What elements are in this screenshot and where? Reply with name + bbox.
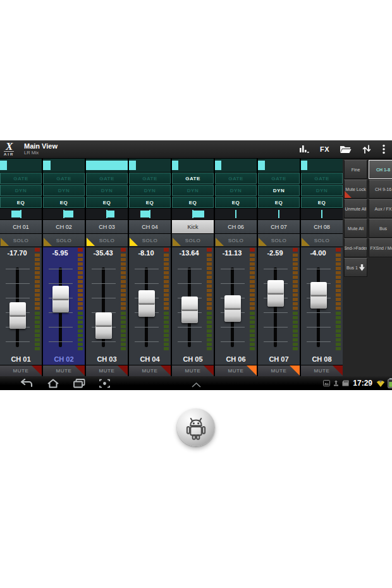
solo-button[interactable]: SOLO — [301, 234, 343, 247]
screenshot-button[interactable] — [99, 379, 110, 388]
channel-strips: GATEDYNEQCH 01SOLO-17.70CH 01MUTEGATEDYN… — [0, 159, 343, 376]
mute-corner-icon — [118, 365, 128, 376]
expand-chevron-icon[interactable] — [192, 379, 201, 390]
mute-button[interactable]: MUTE — [43, 365, 85, 376]
fader-knob[interactable] — [181, 297, 198, 323]
back-button[interactable] — [19, 379, 33, 388]
fader-knob[interactable] — [224, 295, 241, 322]
channel-name-button[interactable]: Kick — [172, 220, 214, 233]
fader-knob[interactable] — [9, 302, 26, 329]
recent-apps-button[interactable] — [73, 379, 85, 388]
solo-button[interactable]: SOLO — [43, 234, 85, 247]
pan-indicator[interactable] — [172, 209, 214, 219]
solo-button[interactable]: SOLO — [0, 234, 42, 247]
bank-aux-fx-button[interactable]: Aux / FX — [369, 199, 392, 218]
gate-button[interactable]: GATE — [86, 173, 128, 184]
home-button[interactable] — [47, 379, 59, 388]
mute-button[interactable]: MUTE — [215, 365, 257, 376]
solo-corner-icon — [216, 238, 224, 246]
snd-to-fader-button[interactable]: Snd->Fader — [344, 238, 367, 257]
gate-button[interactable]: GATE — [215, 173, 257, 184]
pan-indicator[interactable] — [43, 209, 85, 219]
fine-button[interactable]: Fine — [344, 160, 367, 179]
routing-icon[interactable] — [356, 140, 377, 158]
unmute-all-button[interactable]: Unmute All — [344, 199, 367, 218]
pan-indicator[interactable] — [215, 209, 257, 219]
dyn-button[interactable]: DYN — [301, 185, 343, 196]
mute-lock-button[interactable]: Mute Lock — [344, 180, 367, 199]
dyn-button[interactable]: DYN — [215, 185, 257, 196]
solo-button[interactable]: SOLO — [215, 234, 257, 247]
gate-button[interactable]: GATE — [43, 173, 85, 184]
mute-all-button[interactable]: Mute All — [344, 219, 367, 238]
eq-button[interactable]: EQ — [0, 197, 42, 208]
folder-icon[interactable] — [335, 140, 356, 158]
eq-button[interactable]: EQ — [43, 197, 85, 208]
gate-button[interactable]: GATE — [129, 173, 171, 184]
meters-icon[interactable] — [293, 140, 314, 158]
gate-button[interactable]: GATE — [172, 173, 214, 184]
fader-knob[interactable] — [267, 280, 284, 307]
channel-name-button[interactable]: CH 02 — [43, 220, 85, 233]
fader-knob[interactable] — [95, 312, 112, 339]
meter-clip-segment — [250, 248, 255, 252]
eq-button[interactable]: EQ — [86, 197, 128, 208]
pan-indicator[interactable] — [86, 209, 128, 219]
android-robot-badge[interactable] — [177, 408, 215, 446]
dyn-button[interactable]: DYN — [43, 185, 85, 196]
fader-tick — [221, 327, 245, 328]
dyn-button[interactable]: DYN — [172, 185, 214, 196]
overflow-menu-icon[interactable] — [377, 140, 391, 158]
bank-ch9-16-button[interactable]: CH 9-16 — [369, 180, 392, 199]
pan-indicator[interactable] — [258, 209, 300, 219]
dyn-button[interactable]: DYN — [0, 185, 42, 196]
mute-button[interactable]: MUTE — [258, 365, 300, 376]
input-level-bar — [215, 161, 221, 170]
fader-track[interactable] — [274, 267, 277, 347]
mute-button[interactable]: MUTE — [172, 365, 214, 376]
solo-button[interactable]: SOLO — [86, 234, 128, 247]
bank-ch1-8-button[interactable]: CH 1-8 — [369, 160, 392, 179]
bank-fxsnd-button[interactable]: FXSnd / Mon — [369, 238, 392, 257]
pan-indicator[interactable] — [129, 209, 171, 219]
eq-button[interactable]: EQ — [301, 197, 343, 208]
logo-air: AIR — [4, 151, 14, 156]
meter-green-segments — [164, 312, 169, 350]
eq-button[interactable]: EQ — [129, 197, 171, 208]
pan-bar — [140, 211, 150, 217]
eq-button[interactable]: EQ — [215, 197, 257, 208]
solo-button[interactable]: SOLO — [172, 234, 214, 247]
solo-button[interactable]: SOLO — [129, 234, 171, 247]
pan-indicator[interactable] — [0, 209, 42, 219]
mute-button[interactable]: MUTE — [86, 365, 128, 376]
solo-button[interactable]: SOLO — [258, 234, 300, 247]
eq-button[interactable]: EQ — [258, 197, 300, 208]
pan-indicator[interactable] — [301, 209, 343, 219]
gate-button[interactable]: GATE — [0, 173, 42, 184]
mute-button[interactable]: MUTE — [301, 365, 343, 376]
channel-name-button[interactable]: CH 01 — [0, 220, 42, 233]
channel-name-button[interactable]: CH 03 — [86, 220, 128, 233]
fx-button[interactable]: FX — [314, 140, 335, 158]
channel-name-button[interactable]: CH 08 — [301, 220, 343, 233]
fader-knob[interactable] — [310, 282, 327, 309]
gate-button[interactable]: GATE — [301, 173, 343, 184]
channel-name-button[interactable]: CH 07 — [258, 220, 300, 233]
dyn-button[interactable]: DYN — [86, 185, 128, 196]
dyn-button[interactable]: DYN — [129, 185, 171, 196]
fader-knob[interactable] — [52, 286, 69, 312]
eq-button[interactable]: EQ — [172, 197, 214, 208]
mute-button[interactable]: MUTE — [129, 365, 171, 376]
channel-strip: GATEDYNEQCH 06SOLO-11.13CH 06MUTE — [215, 159, 257, 376]
channel-name-button[interactable]: CH 06 — [215, 220, 257, 233]
dyn-button[interactable]: DYN — [258, 185, 300, 196]
gate-button[interactable]: GATE — [258, 173, 300, 184]
mute-corner-icon — [290, 365, 300, 376]
status-area[interactable]: 17:29 — [323, 376, 392, 390]
bus1-button[interactable]: Bus 1 — [344, 258, 367, 277]
input-level-meter — [172, 159, 214, 172]
channel-name-button[interactable]: CH 04 — [129, 220, 171, 233]
fader-knob[interactable] — [138, 290, 155, 317]
bank-bus-button[interactable]: Bus — [369, 219, 392, 238]
mute-button[interactable]: MUTE — [0, 365, 42, 376]
